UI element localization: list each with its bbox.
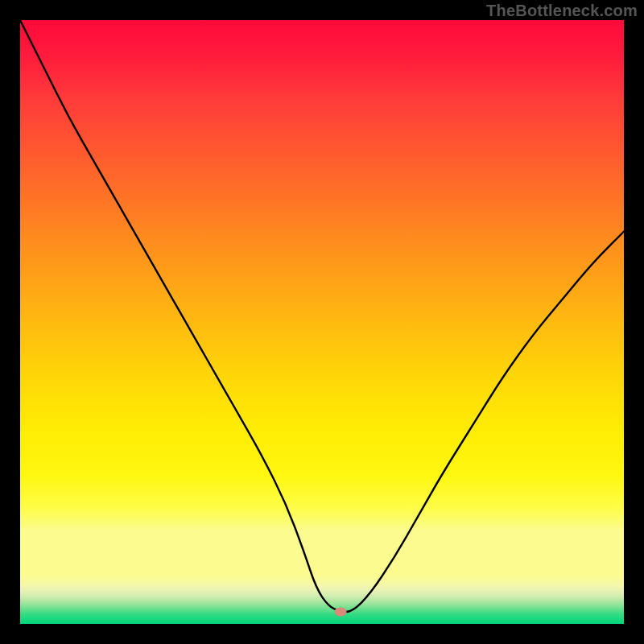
chart-frame: TheBottleneck.com (0, 0, 644, 644)
bottleneck-curve (20, 20, 624, 612)
curve-svg (20, 20, 624, 624)
plot-area (20, 20, 624, 624)
watermark-text: TheBottleneck.com (486, 2, 638, 20)
optimum-marker (334, 608, 346, 617)
